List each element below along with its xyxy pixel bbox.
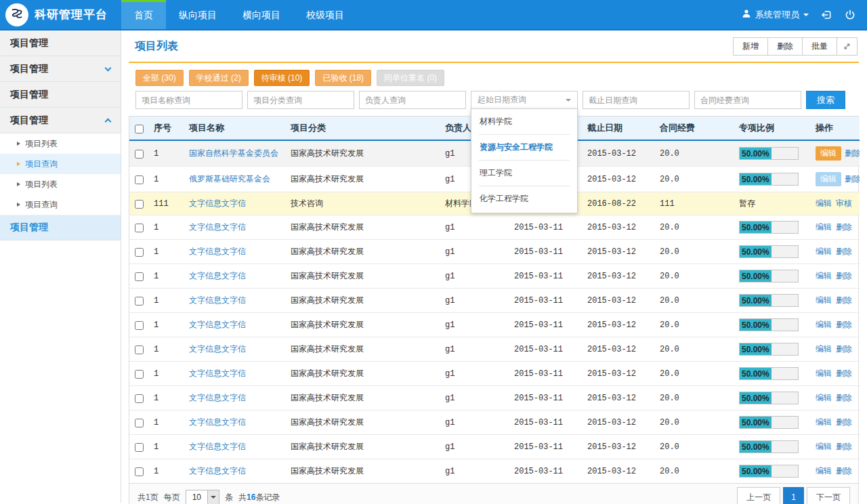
review-action[interactable]: 审核 bbox=[836, 198, 852, 208]
sidebar-group-0[interactable]: 项目管理 bbox=[0, 30, 121, 56]
delete-action[interactable]: 删除 bbox=[836, 295, 852, 305]
start-date-select-box[interactable]: 起始日期查询 bbox=[471, 91, 578, 109]
project-name-input[interactable] bbox=[135, 91, 242, 109]
project-name-link[interactable]: 文字信息文字信 bbox=[189, 271, 246, 280]
start-date-select[interactable]: 起始日期查询 材料学院资源与安全工程学院理工学院化学工程学院 bbox=[471, 91, 578, 109]
edit-action[interactable]: 编辑 bbox=[816, 198, 832, 208]
project-name-link[interactable]: 文字信息文字信 bbox=[189, 198, 246, 208]
row-checkbox[interactable] bbox=[135, 345, 144, 354]
sidebar-item-3-0[interactable]: 项目列表 bbox=[0, 133, 121, 154]
filter-tab-all[interactable]: 全部 (30) bbox=[135, 70, 184, 86]
delete-action[interactable]: 删除 bbox=[836, 344, 852, 354]
project-name-link[interactable]: 俄罗斯基础研究基金会 bbox=[189, 174, 270, 184]
filter-tab-school-passed[interactable]: 学校通过 (2) bbox=[189, 70, 249, 86]
project-category-input[interactable] bbox=[247, 91, 354, 109]
row-checkbox[interactable] bbox=[135, 467, 144, 476]
edit-action[interactable]: 编辑 bbox=[816, 393, 832, 402]
edit-action[interactable]: 编辑 bbox=[816, 369, 832, 378]
edit-action[interactable]: 编辑 bbox=[816, 146, 841, 161]
nav-horizontal-projects[interactable]: 横向项目 bbox=[230, 0, 293, 29]
row-checkbox[interactable] bbox=[135, 150, 144, 159]
sidebar-group-3[interactable]: 项目管理 bbox=[0, 108, 121, 133]
dropdown-option-1[interactable]: 资源与安全工程学院 bbox=[479, 135, 570, 161]
per-page-select[interactable]: 10 bbox=[186, 490, 219, 504]
delete-action[interactable]: 删除 bbox=[836, 417, 852, 427]
edit-action[interactable]: 编辑 bbox=[816, 417, 832, 427]
power-icon[interactable] bbox=[844, 9, 856, 21]
edit-action[interactable]: 编辑 bbox=[816, 442, 832, 451]
row-checkbox[interactable] bbox=[135, 394, 144, 403]
expand-icon[interactable] bbox=[837, 37, 858, 56]
current-page-button[interactable]: 1 bbox=[783, 487, 804, 504]
nav-school-projects[interactable]: 校级项目 bbox=[293, 0, 357, 29]
per-page-dropdown-button[interactable] bbox=[207, 490, 219, 504]
sidebar-item-3-3[interactable]: 项目查询 bbox=[0, 194, 121, 215]
project-name-link[interactable]: 文字信息文字信 bbox=[189, 344, 246, 354]
add-button[interactable]: 新增 bbox=[733, 37, 768, 56]
delete-action[interactable]: 删除 bbox=[836, 369, 852, 378]
project-name-link[interactable]: 文字信息文字信 bbox=[189, 442, 246, 451]
delete-action[interactable]: 删除 bbox=[845, 148, 860, 158]
edit-action[interactable]: 编辑 bbox=[816, 295, 832, 305]
sidebar-group-2[interactable]: 项目管理 bbox=[0, 82, 121, 108]
row-checkbox[interactable] bbox=[135, 200, 144, 209]
project-name-link[interactable]: 国家自然科学基金委员会 bbox=[189, 148, 278, 158]
delete-button[interactable]: 删除 bbox=[767, 37, 803, 56]
delete-action[interactable]: 删除 bbox=[836, 271, 852, 280]
dropdown-option-0[interactable]: 材料学院 bbox=[479, 109, 570, 135]
row-checkbox[interactable] bbox=[135, 248, 144, 257]
row-checkbox[interactable] bbox=[135, 443, 144, 452]
edit-action[interactable]: 编辑 bbox=[816, 320, 832, 329]
cell-owner: g1 bbox=[440, 264, 509, 289]
delete-action[interactable]: 删除 bbox=[836, 222, 852, 232]
owner-input[interactable] bbox=[359, 91, 466, 109]
fee-input[interactable] bbox=[694, 91, 801, 109]
delete-action[interactable]: 删除 bbox=[836, 393, 852, 402]
row-checkbox[interactable] bbox=[135, 321, 144, 330]
logout-icon[interactable] bbox=[820, 9, 832, 21]
filter-tab-pending-review[interactable]: 待审核 (10) bbox=[254, 70, 310, 86]
sidebar-group-4[interactable]: 项目管理 bbox=[0, 215, 121, 240]
batch-button[interactable]: 批量 bbox=[802, 37, 837, 56]
project-name-link[interactable]: 文字信息文字信 bbox=[189, 222, 246, 232]
nav-vertical-projects[interactable]: 纵向项目 bbox=[166, 0, 230, 29]
delete-action[interactable]: 删除 bbox=[845, 174, 860, 184]
search-button[interactable]: 搜索 bbox=[806, 91, 845, 109]
row-checkbox[interactable] bbox=[135, 272, 144, 281]
delete-action[interactable]: 删除 bbox=[836, 247, 852, 256]
delete-action[interactable]: 删除 bbox=[836, 320, 852, 329]
project-name-link[interactable]: 文字信息文字信 bbox=[189, 417, 246, 427]
project-name-link[interactable]: 文字信息文字信 bbox=[189, 466, 246, 476]
dropdown-option-2[interactable]: 理工学院 bbox=[479, 161, 570, 186]
edit-action[interactable]: 编辑 bbox=[816, 466, 832, 476]
prev-page-button[interactable]: 上一页 bbox=[737, 487, 780, 504]
next-page-button[interactable]: 下一页 bbox=[807, 487, 850, 504]
delete-action[interactable]: 删除 bbox=[836, 442, 852, 451]
sidebar-item-3-1[interactable]: 项目查询 bbox=[0, 154, 121, 174]
row-checkbox[interactable] bbox=[135, 297, 144, 306]
user-menu[interactable]: 系统管理员 bbox=[742, 9, 809, 21]
edit-action[interactable]: 编辑 bbox=[816, 344, 832, 354]
filter-tab-same-unit-duplicate[interactable]: 同单位重名 (0) bbox=[377, 70, 444, 86]
edit-action[interactable]: 编辑 bbox=[816, 172, 841, 186]
row-checkbox[interactable] bbox=[135, 175, 144, 184]
edit-action[interactable]: 编辑 bbox=[816, 271, 832, 280]
edit-action[interactable]: 编辑 bbox=[816, 247, 832, 256]
project-name-link[interactable]: 文字信息文字信 bbox=[189, 369, 246, 378]
delete-action[interactable]: 删除 bbox=[836, 466, 852, 476]
project-name-link[interactable]: 文字信息文字信 bbox=[189, 393, 246, 402]
row-checkbox[interactable] bbox=[135, 224, 144, 232]
project-name-link[interactable]: 文字信息文字信 bbox=[189, 247, 246, 256]
nav-home[interactable]: 首页 bbox=[121, 0, 166, 29]
end-date-input[interactable] bbox=[583, 91, 690, 109]
sidebar-group-1[interactable]: 项目管理 bbox=[0, 56, 121, 82]
edit-action[interactable]: 编辑 bbox=[816, 222, 832, 232]
project-name-link[interactable]: 文字信息文字信 bbox=[189, 295, 246, 305]
dropdown-option-3[interactable]: 化学工程学院 bbox=[479, 186, 570, 211]
project-name-link[interactable]: 文字信息文字信 bbox=[189, 320, 246, 329]
select-all-checkbox[interactable] bbox=[135, 125, 144, 133]
row-checkbox[interactable] bbox=[135, 370, 144, 379]
sidebar-item-3-2[interactable]: 项目列表 bbox=[0, 174, 121, 194]
filter-tab-accepted[interactable]: 已验收 (18) bbox=[315, 70, 371, 86]
row-checkbox[interactable] bbox=[135, 419, 144, 427]
